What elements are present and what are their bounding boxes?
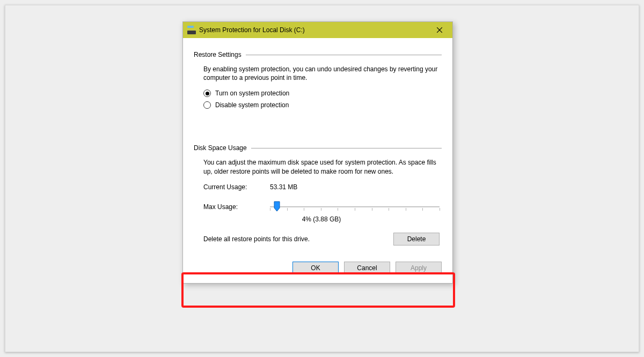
max-usage-row: Max Usage: xyxy=(203,202,440,212)
radio-icon xyxy=(203,90,211,97)
radio-label-turn-on: Turn on system protection xyxy=(215,90,289,97)
delete-description: Delete all restore points for this drive… xyxy=(203,235,310,243)
current-usage-value: 53.31 MB xyxy=(270,183,297,191)
slider-ticks xyxy=(270,208,440,211)
drive-icon xyxy=(187,26,196,34)
disk-description: You can adjust the maximum disk space us… xyxy=(203,158,440,175)
ok-button[interactable]: OK xyxy=(292,262,339,274)
cancel-button[interactable]: Cancel xyxy=(344,262,390,274)
max-usage-slider[interactable] xyxy=(270,202,440,212)
window-title: System Protection for Local Disk (C:) xyxy=(199,26,428,34)
restore-settings-heading: Restore Settings xyxy=(194,51,442,58)
divider xyxy=(251,148,442,148)
current-usage-row: Current Usage: 53.31 MB xyxy=(203,183,440,191)
radio-disable[interactable]: Disable system protection xyxy=(203,101,440,109)
max-usage-label: Max Usage: xyxy=(203,203,270,211)
apply-button[interactable]: Apply xyxy=(396,262,442,274)
disk-space-label: Disk Space Usage xyxy=(194,144,247,152)
slider-thumb[interactable] xyxy=(274,201,280,212)
system-protection-dialog: System Protection for Local Disk (C:) Re… xyxy=(182,21,453,284)
close-icon xyxy=(437,27,442,33)
divider xyxy=(246,55,442,55)
radio-turn-on[interactable]: Turn on system protection xyxy=(203,90,440,97)
close-button[interactable] xyxy=(428,23,451,38)
current-usage-label: Current Usage: xyxy=(203,183,270,191)
dialog-content: Restore Settings By enabling system prot… xyxy=(183,38,452,283)
radio-label-disable: Disable system protection xyxy=(215,101,289,109)
disk-space-heading: Disk Space Usage xyxy=(194,144,442,152)
slider-track xyxy=(270,206,440,207)
restore-settings-label: Restore Settings xyxy=(194,51,241,58)
radio-icon xyxy=(203,101,211,109)
delete-button[interactable]: Delete xyxy=(393,233,440,246)
dialog-footer: OK Cancel Apply xyxy=(194,262,442,274)
titlebar[interactable]: System Protection for Local Disk (C:) xyxy=(183,22,452,38)
max-usage-readout: 4% (3.88 GB) xyxy=(203,215,440,223)
restore-description: By enabling system protection, you can u… xyxy=(203,65,440,82)
page-card: System Protection for Local Disk (C:) Re… xyxy=(5,5,639,352)
delete-row: Delete all restore points for this drive… xyxy=(203,233,440,246)
